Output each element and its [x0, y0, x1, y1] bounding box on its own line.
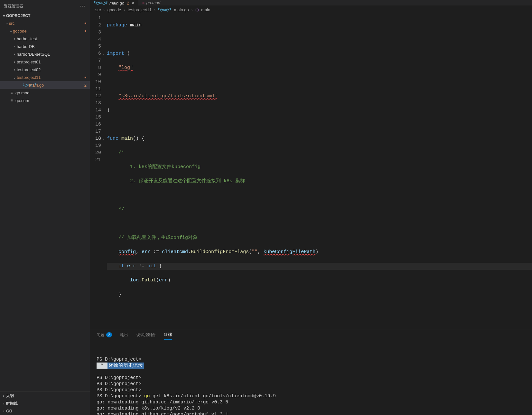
fold-icon[interactable]: ⌄ — [102, 50, 104, 57]
tab-label: go.mod — [146, 0, 160, 5]
chevron-icon: › — [12, 60, 17, 64]
go-file-icon: ʕ◔ϖ◔ʔ — [158, 8, 171, 12]
modified-dot-icon: ● — [84, 75, 87, 80]
tree-item-label: harborDB — [17, 44, 90, 49]
error-count: 2 — [84, 83, 87, 88]
chevron-icon: › — [12, 37, 17, 41]
chevron-right-icon: › — [3, 410, 4, 413]
chevron-right-icon: › — [3, 394, 4, 398]
chevron-right-icon: › — [124, 7, 125, 12]
terminal[interactable]: PS D:\goproject> * 还原的历史记录 PS D:\goproje… — [90, 340, 532, 415]
tab-go-mod[interactable]: ≡go.mod — [138, 0, 167, 5]
tree-item-main-go[interactable]: ʕ◔ϖ◔ʔmain.go2 — [0, 81, 90, 89]
sidebar-section-GO[interactable]: ›GO — [0, 407, 90, 415]
project-section[interactable]: ▾ GOPROJECT — [0, 12, 90, 19]
chevron-icon: › — [12, 52, 17, 56]
tab-bar: ʕ◔ϖ◔ʔmain.go2×≡go.mod — [90, 0, 532, 5]
tab-debug[interactable]: 调试控制台 — [136, 332, 156, 340]
tab-label: main.go — [109, 1, 124, 5]
panel-tabs: 问题 2 输出 调试控制台 终端 — [90, 329, 532, 340]
chevron-icon: ⌄ — [5, 21, 9, 25]
chevron-right-icon: › — [191, 7, 193, 12]
crumb-testproject11[interactable]: testproject11 — [128, 7, 152, 12]
text-file-icon: ≡ — [9, 90, 14, 95]
tab-problems[interactable]: 问题 2 — [97, 332, 112, 340]
explorer-title: 资源管理器 — [4, 4, 23, 9]
tree-item-src[interactable]: ⌄src● — [0, 19, 90, 27]
file-tree: ⌄src●⌄gocode●›harbor-test›harborDB›harbo… — [0, 19, 90, 391]
close-icon[interactable]: × — [132, 0, 134, 5]
fold-icon[interactable]: ⌄ — [102, 135, 104, 142]
chevron-icon: › — [12, 68, 17, 71]
tree-item-go-mod[interactable]: ≡go.mod — [0, 89, 90, 97]
tab-badge: 2 — [127, 1, 129, 5]
tree-item-label: main.go — [29, 83, 84, 88]
tree-item-label: src — [9, 21, 84, 26]
chevron-icon: ⌄ — [8, 29, 13, 33]
project-name: GOPROJECT — [6, 14, 30, 18]
tree-item-label: gocode — [13, 29, 84, 33]
main: ʕ◔ϖ◔ʔmain.go2×≡go.mod src›gocode›testpro… — [90, 0, 532, 415]
chevron-right-icon: › — [103, 7, 105, 12]
chevron-icon: ⌄ — [12, 75, 17, 80]
tab-terminal[interactable]: 终端 — [164, 332, 172, 340]
sidebar-section-时间线[interactable]: ›时间线 — [0, 400, 90, 407]
breadcrumb: src›gocode›testproject11›ʕ◔ϖ◔ʔmain.go›⬡m… — [90, 5, 532, 14]
crumb-src[interactable]: src — [95, 7, 101, 12]
tree-item-testproject01[interactable]: ›testproject01 — [0, 58, 90, 66]
tree-item-label: harbor-test — [17, 36, 90, 41]
more-icon[interactable]: ··· — [80, 3, 86, 9]
tree-item-label: harborDB-setSQL — [17, 52, 90, 57]
crumb-main.go[interactable]: main.go — [174, 7, 189, 12]
tree-item-go-sum[interactable]: ≡go.sum — [0, 97, 90, 104]
crumb-gocode[interactable]: gocode — [107, 7, 121, 12]
bottom-panel: 问题 2 输出 调试控制台 终端 PS D:\goproject> * 还原的历… — [90, 329, 532, 415]
editor[interactable]: 123456789101112131415161718192021 packag… — [90, 14, 532, 329]
tree-item-harborDB-setSQL[interactable]: ›harborDB-setSQL — [0, 50, 90, 58]
problems-count: 2 — [106, 332, 112, 337]
tree-item-harbor-test[interactable]: ›harbor-test — [0, 35, 90, 42]
chevron-down-icon: ▾ — [3, 14, 5, 18]
tree-item-label: testproject01 — [17, 60, 90, 64]
text-file-icon: ≡ — [9, 98, 14, 103]
code-area[interactable]: package main ⌄import ( "log" "k8s.io/cli… — [107, 15, 532, 326]
tree-item-label: testproject11 — [17, 75, 84, 80]
tab-output[interactable]: 输出 — [120, 332, 128, 340]
chevron-right-icon: › — [154, 7, 155, 12]
sidebar: 资源管理器 ··· ▾ GOPROJECT ⌄src●⌄gocode●›harb… — [0, 0, 90, 415]
gutter: 123456789101112131415161718192021 — [90, 15, 107, 326]
tree-item-label: go.sum — [15, 98, 90, 103]
chevron-right-icon: › — [3, 402, 4, 405]
tree-item-label: testproject02 — [17, 67, 90, 72]
sidebar-header: 资源管理器 ··· — [0, 0, 90, 12]
sidebar-bottom: ›大纲›时间线›GO — [0, 391, 90, 415]
go-file-icon: ʕ◔ϖ◔ʔ — [23, 83, 28, 87]
crumb-main[interactable]: main — [201, 7, 210, 12]
chevron-icon: › — [12, 44, 17, 48]
tree-item-gocode[interactable]: ⌄gocode● — [0, 27, 90, 35]
tree-item-testproject11[interactable]: ⌄testproject11● — [0, 73, 90, 81]
sidebar-section-大纲[interactable]: ›大纲 — [0, 392, 90, 400]
symbol-icon: ⬡ — [195, 8, 199, 12]
modified-dot-icon: ● — [84, 29, 87, 33]
go-file-icon: ʕ◔ϖ◔ʔ — [94, 1, 107, 5]
tree-item-testproject02[interactable]: ›testproject02 — [0, 66, 90, 73]
tab-main-go[interactable]: ʕ◔ϖ◔ʔmain.go2× — [90, 0, 138, 5]
mod-file-icon: ≡ — [142, 1, 145, 5]
tree-item-harborDB[interactable]: ›harborDB — [0, 42, 90, 50]
modified-dot-icon: ● — [84, 21, 87, 25]
tree-item-label: go.mod — [15, 90, 90, 95]
